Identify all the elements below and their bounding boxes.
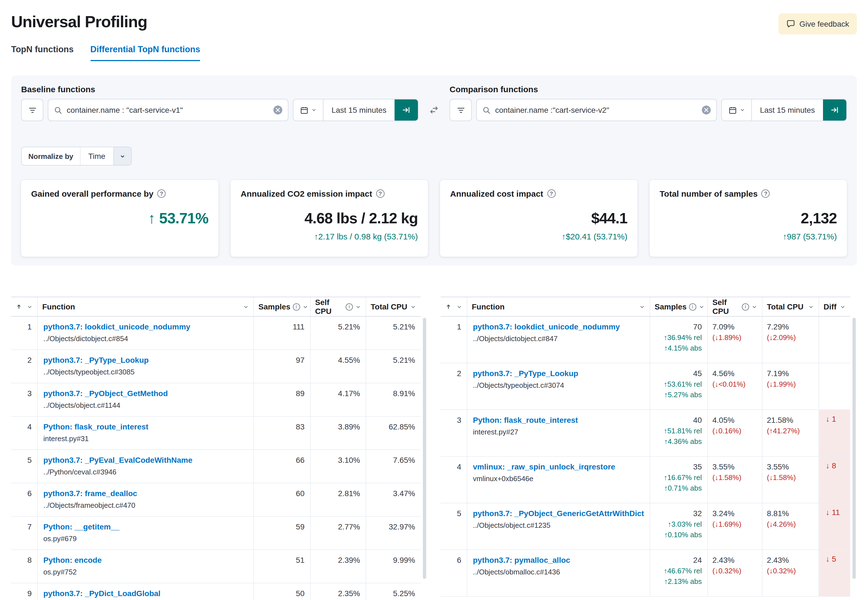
function-link[interactable]: python3.7: pymalloc_alloc (473, 556, 644, 564)
table-row[interactable]: 7Python: __getitem__os.py#679592.77%32.9… (11, 517, 421, 550)
performance-gain-value: ↑ 53.71% (31, 209, 208, 227)
table-row[interactable]: 1python3.7: lookdict_unicode_nodummy../O… (441, 317, 850, 363)
card-cost-impact: Annualized cost impact ? $44.1 ↑$20.41 (… (440, 180, 638, 257)
table-row[interactable]: 3Python: flask_route_interestinterest.py… (441, 410, 850, 457)
function-link[interactable]: python3.7: lookdict_unicode_nodummy (473, 322, 644, 331)
column-header-rank[interactable] (441, 297, 467, 316)
normalize-by-dropdown[interactable] (113, 147, 131, 165)
self-cpu-info-icon: i (742, 303, 749, 310)
self-cpu-delta: (↓0.16%) (712, 427, 757, 435)
row-rank: 6 (441, 550, 467, 596)
column-header-rank[interactable] (11, 297, 38, 316)
feedback-label: Give feedback (799, 20, 849, 28)
table-row[interactable]: 5python3.7: _PyEval_EvalCodeWithName../P… (11, 450, 421, 483)
function-link[interactable]: Python: encode (43, 556, 248, 564)
samples-relative-change: ↑36.94% rel (654, 333, 702, 342)
total-cpu-cell: 21.58%(↑41.27%) (762, 410, 819, 456)
column-header-diff[interactable]: Diff (819, 297, 850, 316)
baseline-filter-button[interactable] (21, 99, 43, 121)
function-link[interactable]: python3.7: _PyDict_LoadGlobal (43, 589, 248, 598)
function-link[interactable]: python3.7: _PyEval_EvalCodeWithName (43, 456, 248, 464)
table-row[interactable]: 6python3.7: pymalloc_alloc../Objects/obm… (441, 550, 850, 597)
function-link[interactable]: python3.7: lookdict_unicode_nodummy (43, 322, 248, 331)
help-icon[interactable]: ? (376, 189, 384, 198)
function-cell: python3.7: _PyDict_LoadGlobal (38, 583, 254, 600)
column-header-self-cpu[interactable]: Self CPU i (708, 297, 762, 316)
table-row[interactable]: 2python3.7: _PyType_Lookup../Objects/typ… (441, 363, 850, 410)
table-row[interactable]: 2python3.7: _PyType_Lookup../Objects/typ… (11, 350, 421, 383)
samples-absolute-change: ↑5.27% abs (654, 391, 702, 399)
give-feedback-button[interactable]: Give feedback (778, 13, 857, 35)
column-header-samples[interactable]: Samples i (254, 297, 311, 316)
chevron-down-icon (355, 304, 361, 310)
column-label: Samples (258, 302, 290, 311)
swap-queries-button[interactable] (425, 106, 443, 121)
table-row[interactable]: 9python3.7: _PyDict_LoadGlobal502.35%5.2… (11, 583, 421, 600)
samples-cell: 40↑51.81% rel↑4.36% abs (650, 410, 708, 456)
comparison-table: Function Samples i Self CPU i Total (441, 297, 857, 597)
function-link[interactable]: python3.7: _PyObject_GetMethod (43, 389, 248, 398)
function-link[interactable]: python3.7: _PyType_Lookup (473, 369, 644, 378)
tab-differential-topn-functions[interactable]: Differential TopN functions (90, 44, 200, 61)
table-row[interactable]: 6python3.7: frame_dealloc../Objects/fram… (11, 483, 421, 517)
baseline-clear-icon[interactable] (273, 106, 282, 114)
function-link[interactable]: Python: __getitem__ (43, 522, 248, 531)
self-cpu-value: 5.21% (311, 317, 366, 350)
column-header-self-cpu[interactable]: Self CPU i (311, 297, 366, 316)
comparison-table-scrollbar[interactable] (853, 318, 856, 579)
self-cpu-value: 3.89% (311, 417, 366, 450)
comparison-clear-icon[interactable] (702, 106, 711, 114)
normalize-by-value[interactable]: Time (80, 147, 113, 165)
function-cell: python3.7: pymalloc_alloc../Objects/obma… (467, 550, 650, 596)
column-header-function[interactable]: Function (38, 297, 254, 316)
tab-topn-functions[interactable]: TopN functions (11, 44, 74, 61)
app-header: Universal Profiling Give feedback (0, 0, 868, 31)
column-header-total-cpu[interactable]: Total CPU (366, 297, 421, 316)
total-cpu-value: 2.43% (767, 556, 814, 564)
help-icon[interactable]: ? (157, 189, 166, 198)
table-row[interactable]: 5python3.7: _PyObject_GenericGetAttrWith… (441, 503, 850, 550)
function-link[interactable]: vmlinux: _raw_spin_unlock_irqrestore (473, 462, 644, 471)
function-link[interactable]: Python: flask_route_interest (43, 422, 248, 431)
samples-info-icon: i (689, 303, 696, 310)
total-cpu-cell: 7.19%(↓1.99%) (762, 363, 819, 409)
column-label: Total CPU (767, 302, 804, 311)
comparison-apply-button[interactable] (823, 100, 846, 121)
samples-relative-change: ↑51.81% rel (654, 427, 702, 435)
function-link[interactable]: python3.7: _PyObject_GenericGetAttrWithD… (473, 509, 644, 518)
comparison-time-range[interactable]: Last 15 minutes (752, 100, 823, 121)
function-link[interactable]: Python: flask_route_interest (473, 415, 644, 424)
samples-value: 89 (254, 383, 311, 416)
comparison-search-input[interactable]: container.name :"cart-service-v2" (476, 99, 717, 121)
baseline-table-scrollbar[interactable] (423, 318, 426, 579)
function-path: vmlinux+0xb6546e (473, 474, 644, 483)
function-link[interactable]: python3.7: _PyType_Lookup (43, 356, 248, 364)
calendar-icon (728, 106, 736, 114)
table-row[interactable]: 8Python: encodeos.py#752512.39%9.99% (11, 550, 421, 583)
baseline-search-input[interactable]: container.name : "cart-service-v1" (48, 99, 288, 121)
chevron-down-icon (698, 304, 704, 310)
table-row[interactable]: 1python3.7: lookdict_unicode_nodummy../O… (11, 317, 421, 350)
function-link[interactable]: python3.7: frame_dealloc (43, 489, 248, 498)
baseline-apply-button[interactable] (395, 100, 418, 121)
self-cpu-delta: (↓1.69%) (712, 520, 757, 528)
function-cell: python3.7: _PyObject_GetMethod../Objects… (38, 383, 254, 416)
comparison-filter-button[interactable] (450, 99, 472, 121)
baseline-time-range[interactable]: Last 15 minutes (323, 100, 395, 121)
comparison-calendar-button[interactable] (722, 100, 752, 121)
table-row[interactable]: 3python3.7: _PyObject_GetMethod../Object… (11, 383, 421, 417)
column-header-total-cpu[interactable]: Total CPU (762, 297, 819, 316)
help-icon[interactable]: ? (762, 189, 770, 198)
column-header-function[interactable]: Function (467, 297, 650, 316)
column-header-samples[interactable]: Samples i (650, 297, 708, 316)
table-row[interactable]: 4Python: flask_route_interestinterest.py… (11, 417, 421, 450)
chevron-down-icon (808, 304, 814, 310)
self-cpu-delta: (↓1.58%) (712, 473, 757, 482)
total-cpu-value: 7.29% (767, 322, 814, 331)
help-icon[interactable]: ? (547, 189, 555, 198)
apply-arrow-icon (830, 106, 839, 114)
chevron-down-icon (302, 304, 308, 310)
table-row[interactable]: 4vmlinux: _raw_spin_unlock_irqrestorevml… (441, 457, 850, 503)
card-title-text: Annualized CO2 emission impact (241, 189, 372, 198)
baseline-calendar-button[interactable] (294, 100, 323, 121)
